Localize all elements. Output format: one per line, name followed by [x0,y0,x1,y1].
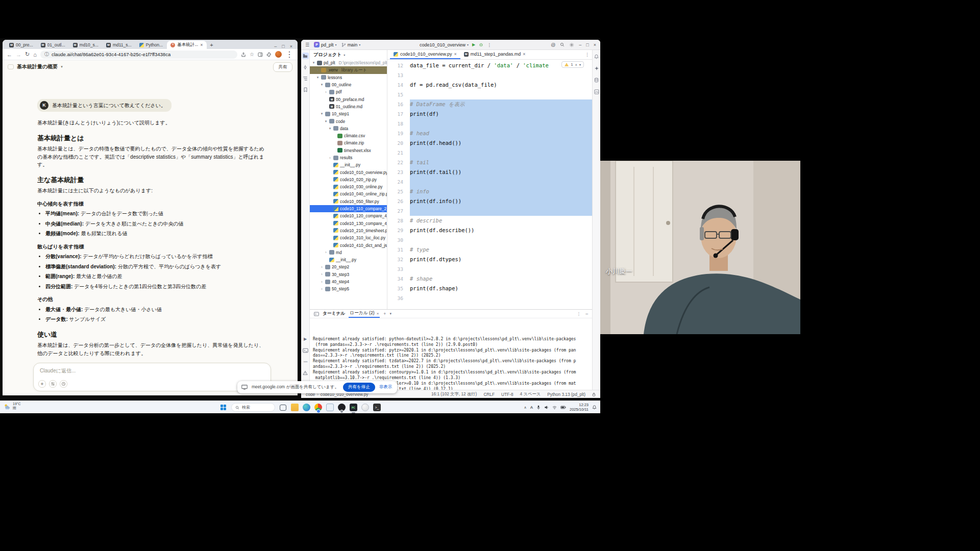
project-tree-item[interactable]: climate.csv [310,132,387,139]
tree-chevron-icon[interactable]: ▾ [328,127,332,131]
tools-button[interactable] [49,380,57,388]
code-text[interactable]: # head [410,129,592,138]
settings-gear-icon[interactable] [569,42,574,47]
code-text[interactable] [410,264,592,274]
code-with-me-icon[interactable] [551,42,555,47]
code-text[interactable]: print(df.dtypes) [410,255,592,264]
obs-studio-icon[interactable] [338,404,346,411]
code-line[interactable]: 25 # info [387,187,592,196]
browser-close-icon[interactable] [290,44,292,49]
code-text[interactable] [410,235,592,245]
project-panel-title[interactable]: プロジェクト [313,52,341,58]
notification-bell-icon[interactable] [592,405,597,410]
line-number[interactable]: 19 [387,129,410,138]
stop-sharing-button[interactable]: 共有を停止 [343,383,375,392]
next-problem-icon[interactable] [579,63,581,66]
code-line[interactable]: 27 [387,206,592,216]
line-number[interactable]: 15 [387,90,410,99]
line-number[interactable]: 12 [387,61,410,70]
main-menu-icon[interactable] [305,42,309,47]
browser-tab[interactable]: Python... [136,41,167,49]
home-icon[interactable] [33,52,37,58]
code-line[interactable]: 20 print(df.head()) [387,138,592,148]
project-tree-item[interactable]: code10_410_dict_and_json.py [310,241,387,248]
code-text[interactable]: print(df.describe()) [410,226,592,235]
project-tree-item[interactable]: code10_130_compare_4_cities_upda... [310,220,387,227]
project-tree-item[interactable]: __init__.py [310,256,387,263]
project-panel-chevron-icon[interactable] [344,53,345,57]
code-line[interactable]: 22 # tail [387,158,592,167]
hidden-icons-chevron[interactable] [524,406,527,410]
project-tree-item[interactable]: › .venv library ルート [310,66,387,73]
code-text[interactable] [410,206,592,216]
code-text[interactable] [410,90,592,99]
line-number[interactable]: 32 [387,255,410,264]
project-tree-item[interactable]: › 20_step2 [310,263,387,270]
browser-minimize-icon[interactable] [274,44,277,49]
terminal-hide-icon[interactable] [585,311,588,316]
code-text[interactable]: print(df) [410,109,592,119]
project-tree-item[interactable]: code10_010_overview.py [310,168,387,176]
project-tree-item[interactable]: climate.zip [310,139,387,146]
project-tree-item[interactable]: ▾ 00_outline [310,81,387,88]
run-more-icon[interactable] [487,42,492,47]
project-tree-item[interactable]: › 50_step5 [310,285,387,292]
code-line[interactable]: 30 [387,235,592,245]
project-tree-item[interactable]: 01_outline.md [310,103,387,110]
code-text[interactable]: # tail [410,158,592,167]
paint-icon[interactable] [361,404,369,411]
browser-menu-icon[interactable] [285,49,293,59]
side-panel-icon[interactable] [258,52,263,57]
project-tree-item[interactable]: ▾ 10_step1 [310,110,387,117]
tab-close-icon[interactable] [200,42,203,47]
project-tree-item[interactable]: code10_120_compare_4_cities.py [310,212,387,219]
line-number[interactable]: 31 [387,245,410,255]
terminal-session-tab[interactable]: ローカル (2) [349,310,380,318]
inspections-widget[interactable]: 1 [561,61,584,68]
project-tree-item[interactable]: code10_030_online.py [310,183,387,190]
structure-toolwindow-icon[interactable] [302,75,309,82]
project-tree-item[interactable]: › 40_step4 [310,278,387,285]
project-widget[interactable]: P pd_plt [314,42,337,47]
project-tree-item[interactable]: timesheet.xlsx [310,147,387,154]
project-tree-item[interactable]: __init__.py [310,161,387,168]
code-line[interactable]: 17 print(df) [387,109,592,119]
database-icon[interactable] [593,77,600,83]
file-explorer-icon[interactable] [291,404,299,411]
line-number[interactable]: 34 [387,274,410,284]
editor-tab[interactable]: code10_010_overview.py [390,50,460,59]
code-text[interactable]: # describe [410,216,592,226]
task-view-icon[interactable] [279,404,287,411]
battery-icon[interactable] [560,406,566,409]
project-tree-item[interactable]: code10_310_loc_iloc.py [310,234,387,241]
title-chevron-icon[interactable] [61,65,63,69]
prev-problem-icon[interactable] [575,63,577,66]
ai-assistant-icon[interactable] [593,65,600,71]
line-number[interactable]: 33 [387,264,410,274]
sciview-icon[interactable] [593,88,600,95]
browser-tab[interactable]: 基本統計... [167,41,206,49]
readonly-lock-icon[interactable] [592,392,596,396]
tree-chevron-icon[interactable]: › [320,265,324,269]
project-toolwindow-icon[interactable] [302,53,309,59]
project-tree-item[interactable]: › results [310,154,387,161]
profile-avatar[interactable] [275,51,282,58]
extensions-icon[interactable] [266,52,272,57]
code-line[interactable]: 13 [387,70,592,80]
pycharm-maximize-icon[interactable] [586,42,589,47]
line-number[interactable]: 17 [387,109,410,119]
code-line[interactable]: 15 [387,90,592,99]
terminal-tab-close-icon[interactable] [377,311,379,316]
back-icon[interactable] [7,52,12,58]
browser-tab[interactable]: 00_pre... [6,41,37,49]
project-tree-item[interactable]: ▾ data [310,125,387,132]
code-line[interactable]: 34 # shape [387,274,592,284]
browser-tab[interactable]: 01_outl... [37,41,69,49]
hide-banner-link[interactable]: 非表示 [379,384,393,390]
editor-tab[interactable]: md11_step1_pandas.md [460,50,529,59]
code-text[interactable]: print(df.shape) [410,284,592,293]
tree-chevron-icon[interactable]: › [320,280,324,284]
code-line[interactable]: 31 # type [387,245,592,255]
commit-toolwindow-icon[interactable] [302,64,309,70]
code-text[interactable] [410,177,592,187]
